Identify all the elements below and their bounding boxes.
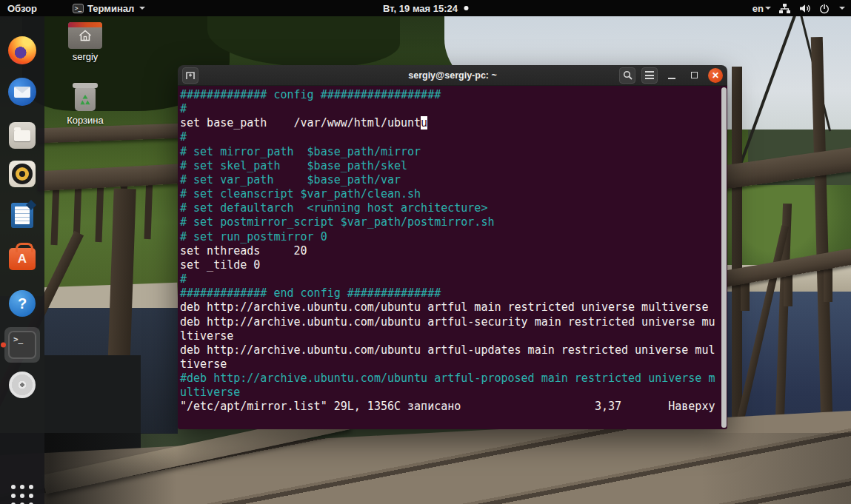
wallpaper-shading — [0, 433, 851, 504]
keyboard-layout-label: en — [752, 3, 764, 14]
dock-item-thunderbird[interactable] — [7, 77, 37, 107]
menu-icon — [645, 71, 654, 79]
search-icon — [623, 70, 633, 80]
running-indicator — [1, 343, 6, 348]
thunderbird-icon — [8, 78, 36, 106]
system-status-area[interactable]: en — [752, 0, 848, 16]
apps-grid-icon — [11, 485, 33, 504]
house-glyph — [78, 29, 93, 42]
libreoffice-writer-icon — [11, 203, 33, 228]
chevron-down-icon — [839, 7, 845, 10]
maximize-icon — [691, 72, 698, 78]
dock-item-ubuntu-software[interactable]: A — [7, 242, 37, 272]
terminal-line: # set postmirror_script $var_path/postmi… — [180, 215, 727, 229]
power-icon — [818, 3, 830, 14]
chevron-down-icon — [139, 7, 145, 10]
activities-button[interactable]: Обзор — [0, 0, 44, 16]
network-icon — [778, 3, 791, 14]
terminal-line: # set run_postmirror 0 — [180, 230, 727, 244]
terminal-titlebar[interactable]: sergiy@sergiy-pc: ~ — [178, 65, 727, 86]
dock: A ? >_ — [0, 16, 44, 504]
terminal-content[interactable]: ############# config ###################… — [178, 86, 727, 429]
menu-button[interactable] — [641, 67, 658, 84]
close-icon: ✕ — [712, 70, 719, 81]
folder-flap — [68, 22, 102, 27]
terminal-line: ############# config ################## — [180, 88, 727, 102]
search-button[interactable] — [619, 67, 635, 84]
ubuntu-software-icon: A — [9, 248, 36, 270]
desktop-icon-label: sergiy — [73, 51, 99, 62]
keyboard-layout-indicator[interactable]: en — [752, 3, 771, 14]
activities-label: Обзор — [7, 3, 37, 14]
terminal-line: "/etc/apt/mirror.list" 29L, 1356C записа… — [180, 400, 727, 414]
terminal-line: # — [180, 272, 727, 286]
terminal-line: deb http://archive.ubuntu.com/ubuntu art… — [180, 343, 727, 357]
terminal-line: #deb http://archive.ubuntu.com/ubuntu ar… — [180, 372, 727, 386]
terminal-line: # set cleanscript $var_path/clean.sh — [180, 187, 727, 201]
app-menu-label: Терминал — [87, 3, 134, 14]
dock-item-files[interactable] — [7, 121, 37, 150]
terminal-line: # set skel_path $base_path/skel — [180, 159, 727, 173]
terminal-line: deb http://archive.ubuntu.com/ubuntu art… — [180, 315, 727, 329]
maximize-button[interactable] — [686, 67, 702, 84]
dock-item-cd-disc[interactable] — [7, 370, 37, 400]
trash-lid — [73, 83, 98, 88]
terminal-line: # set var_path $base_path/var — [180, 173, 727, 187]
files-icon — [9, 122, 36, 149]
top-bar: Обзор >_ Терминал Вт, 19 мая 15:24 en — [0, 0, 851, 16]
desktop-icon-trash[interactable]: Корзина — [59, 83, 111, 126]
terminal-line: # set mirror_path $base_path/mirror — [180, 145, 727, 159]
terminal-line: ultiverse — [180, 386, 727, 400]
desktop-icon-home-folder[interactable]: sergiy — [59, 22, 111, 62]
trash-icon — [71, 83, 99, 112]
new-tab-icon — [185, 71, 196, 80]
close-button[interactable]: ✕ — [708, 68, 723, 83]
desktop: sergiy Корзина sergiy@sergiy-pc: ~ — [0, 0, 851, 504]
terminal-line: ############# end config ############## — [180, 286, 727, 300]
app-menu[interactable]: >_ Терминал — [65, 0, 153, 16]
terminal-app-icon: >_ — [73, 4, 84, 13]
clock-menu[interactable]: Вт, 19 мая 15:24 — [383, 0, 468, 16]
terminal-line: deb http://archive.ubuntu.com/ubuntu art… — [180, 300, 727, 315]
terminal-line: tiverse — [180, 357, 727, 372]
scrollbar[interactable] — [721, 87, 727, 428]
terminal-line: set nthreads 20 — [180, 244, 727, 258]
help-icon: ? — [9, 290, 36, 317]
text-cursor: u — [421, 116, 427, 130]
show-applications-button[interactable] — [7, 481, 37, 504]
dock-item-help[interactable]: ? — [7, 289, 37, 318]
cd-disc-icon — [9, 372, 36, 398]
dock-item-rhythmbox[interactable] — [7, 159, 37, 189]
firefox-icon — [8, 36, 36, 64]
recycle-glyph — [78, 93, 93, 107]
trash-bin — [75, 88, 96, 111]
terminal-line: # — [180, 130, 727, 144]
chevron-down-icon — [765, 7, 771, 10]
terminal-window: sergiy@sergiy-pc: ~ — [178, 65, 727, 429]
notification-dot — [464, 6, 468, 10]
terminal-icon: >_ — [8, 331, 36, 359]
terminal-line: # set defaultarch <running host architec… — [180, 201, 727, 215]
dock-item-terminal[interactable]: >_ — [4, 327, 40, 363]
terminal-line: set base_path /var/www/html/ubuntu — [180, 116, 727, 130]
terminal-line: # — [180, 102, 727, 116]
desktop-icon-label: Корзина — [67, 115, 104, 126]
dock-item-libreoffice-writer[interactable] — [7, 201, 37, 230]
minimize-icon — [668, 78, 675, 79]
rhythmbox-icon — [9, 161, 36, 187]
minimize-button[interactable] — [664, 67, 680, 84]
home-folder-icon — [68, 22, 102, 49]
terminal-line: set _tilde 0 — [180, 258, 727, 272]
dock-item-firefox[interactable] — [7, 36, 37, 65]
volume-icon — [798, 3, 811, 14]
terminal-line: ltiverse — [180, 329, 727, 343]
new-tab-button[interactable] — [182, 67, 198, 84]
clock-label: Вт, 19 мая 15:24 — [383, 3, 458, 14]
